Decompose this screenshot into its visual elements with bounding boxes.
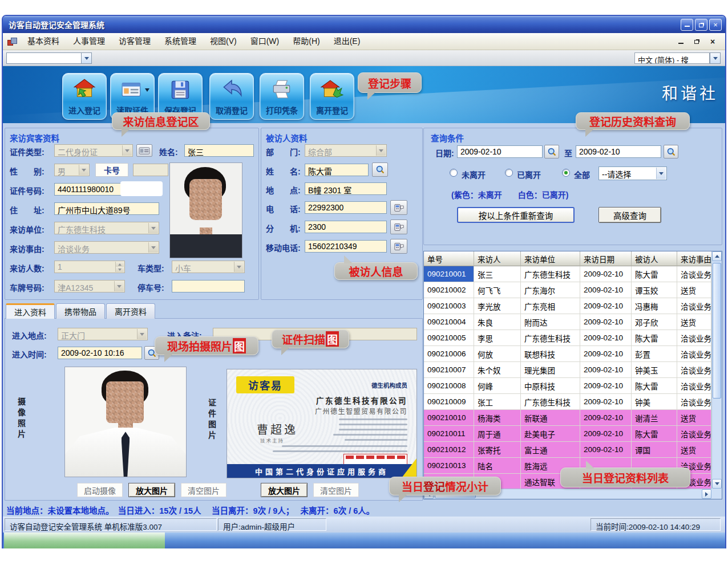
- table-cell[interactable]: 090210012: [424, 442, 474, 458]
- table-cell[interactable]: 何飞飞: [474, 282, 521, 298]
- table-cell[interactable]: 张工: [474, 394, 521, 410]
- table-cell[interactable]: 2009-02-10: [580, 266, 632, 282]
- table-cell[interactable]: 090210001: [424, 266, 474, 282]
- table-cell[interactable]: 090210003: [424, 298, 474, 314]
- table-cell[interactable]: 洽谈业务: [677, 266, 711, 282]
- date-to-picker-button[interactable]: [664, 145, 678, 158]
- radio-all[interactable]: [562, 169, 570, 177]
- parking-no-input[interactable]: [172, 280, 245, 292]
- table-cell[interactable]: 洽谈业务: [677, 330, 711, 346]
- table-row[interactable]: 090210003李光放广东亮相2009-02-10冯惠梅洽谈业务: [424, 298, 711, 314]
- table-cell[interactable]: 张寄托: [474, 442, 521, 458]
- table-cell[interactable]: 李光放: [474, 298, 521, 314]
- enter-register-button[interactable]: 进入登记: [62, 73, 107, 120]
- table-cell[interactable]: 陈大雷: [632, 378, 677, 394]
- column-header[interactable]: 来访单位: [521, 251, 580, 266]
- dial-extension-button[interactable]: [390, 220, 407, 234]
- menu-item[interactable]: 人事管理: [66, 33, 112, 50]
- language-arrow[interactable]: [710, 52, 721, 64]
- tab-leave-info[interactable]: 离开资料: [106, 303, 155, 319]
- print-receipt-button[interactable]: 打印凭条: [260, 73, 304, 120]
- table-cell[interactable]: 送货: [677, 282, 711, 298]
- table-cell[interactable]: 2009-02-10: [580, 298, 632, 314]
- radio-not-departed[interactable]: [450, 169, 458, 177]
- enlarge-photo-button[interactable]: 放大图片: [128, 483, 175, 497]
- table-row[interactable]: 090210012张寄托富士通2009-02-10谭国送货: [424, 442, 711, 458]
- table-cell[interactable]: 090210002: [424, 282, 474, 298]
- scroll-up-icon[interactable]: [712, 251, 722, 261]
- visit-reason-select[interactable]: 洽谈业务: [54, 241, 159, 254]
- table-cell[interactable]: 广东德生科技: [521, 394, 580, 410]
- card-no-input[interactable]: [133, 164, 168, 176]
- clear-card-button[interactable]: 清空图片: [313, 483, 359, 497]
- table-cell[interactable]: 2009-02-10: [580, 282, 632, 298]
- title-bar[interactable]: 访客自动登记安全管理系统 ×: [3, 16, 725, 33]
- table-cell[interactable]: 冯惠梅: [632, 298, 677, 314]
- table-cell[interactable]: 广东德生科技: [521, 330, 580, 346]
- table-cell[interactable]: 090210004: [424, 314, 474, 330]
- table-row[interactable]: 090210006何放联想科技2009-02-10彭置洽谈业务: [424, 346, 711, 362]
- menu-item[interactable]: 系统管理: [157, 33, 203, 50]
- column-header[interactable]: 单号: [424, 251, 474, 266]
- table-cell[interactable]: 送货: [677, 314, 711, 330]
- people-count-stepper[interactable]: 1: [54, 261, 125, 273]
- table-cell[interactable]: 2009-02-10: [580, 314, 632, 330]
- table-cell[interactable]: 钟美: [632, 394, 677, 410]
- table-cell[interactable]: 2009-02-10: [580, 426, 632, 442]
- language-selector[interactable]: 中文 (简体) - 搜: [634, 52, 710, 64]
- menu-item[interactable]: 访客管理: [112, 33, 157, 50]
- column-header[interactable]: 来访事由: [677, 251, 711, 266]
- table-cell[interactable]: 何放: [474, 346, 521, 362]
- mdi-close-button[interactable]: ×: [708, 37, 717, 46]
- table-cell[interactable]: 附而达: [521, 314, 580, 330]
- scroll-right-icon[interactable]: [702, 489, 711, 499]
- filter-select[interactable]: --请选择: [598, 166, 667, 180]
- enlarge-card-button[interactable]: 放大图片: [261, 483, 308, 497]
- card-no-button[interactable]: 卡号: [95, 163, 128, 177]
- table-cell[interactable]: 谭玉姣: [632, 282, 677, 298]
- table-cell[interactable]: 理光集团: [521, 362, 580, 378]
- table-cell[interactable]: 2009-02-10: [580, 362, 632, 378]
- requery-button[interactable]: 按以上条件重新查询: [457, 207, 575, 223]
- table-cell[interactable]: 洽谈业务: [677, 394, 711, 410]
- table-cell[interactable]: 何峰: [474, 378, 521, 394]
- cancel-register-button[interactable]: 取消登记: [209, 73, 254, 120]
- phone-input[interactable]: 22992300: [305, 201, 387, 214]
- table-cell[interactable]: 洽谈业务: [677, 426, 711, 442]
- table-cell[interactable]: 广东亮相: [521, 298, 580, 314]
- table-cell[interactable]: 洽谈业务: [677, 346, 711, 362]
- table-cell[interactable]: 洽谈业务: [677, 362, 711, 378]
- visited-name-input[interactable]: 陈大雷: [305, 164, 369, 176]
- table-cell[interactable]: 陆名: [474, 458, 521, 474]
- table-cell[interactable]: 谢清兰: [632, 410, 677, 426]
- lookup-person-button[interactable]: [372, 162, 388, 177]
- menu-item[interactable]: 窗口(W): [244, 33, 286, 50]
- table-cell[interactable]: 2009-02-10: [580, 330, 632, 346]
- stepper-up-icon[interactable]: [115, 262, 124, 267]
- table-cell[interactable]: 周于通: [474, 426, 521, 442]
- column-header[interactable]: 被访人: [632, 251, 677, 266]
- restore-button[interactable]: [695, 19, 707, 31]
- table-cell[interactable]: 新联通: [521, 410, 580, 426]
- visitor-name-input[interactable]: 张三: [184, 144, 254, 157]
- menu-item[interactable]: 视图(V): [203, 33, 244, 50]
- table-cell[interactable]: 邓子欣: [632, 314, 677, 330]
- table-row[interactable]: 090210008何峰中原科技2009-02-10陈大雷洽谈业务: [424, 378, 711, 394]
- table-cell[interactable]: 2009-02-10: [580, 346, 632, 362]
- table-cell[interactable]: 090210009: [424, 394, 474, 410]
- vertical-scrollbar[interactable]: [711, 251, 722, 489]
- date-from-picker-button[interactable]: [544, 145, 559, 158]
- date-from-input[interactable]: 2009-02-10: [457, 145, 543, 158]
- table-cell[interactable]: 2009-02-10: [580, 394, 632, 410]
- entry-place-select[interactable]: 正大门: [58, 328, 148, 340]
- location-input[interactable]: B幢 2301 室: [305, 182, 387, 195]
- address-input[interactable]: 广州市中山大道89号: [54, 202, 159, 215]
- table-cell[interactable]: 送货: [677, 442, 711, 458]
- quick-combo-input[interactable]: [6, 52, 82, 64]
- advanced-query-button[interactable]: 高级查询: [598, 207, 661, 223]
- table-cell[interactable]: 2009-02-10: [580, 378, 632, 394]
- entry-time-input[interactable]: 2009-02-10 10:16: [58, 347, 142, 359]
- table-cell[interactable]: 谭国: [632, 442, 677, 458]
- minimize-button[interactable]: [681, 19, 693, 31]
- quick-combo-arrow[interactable]: [81, 52, 92, 64]
